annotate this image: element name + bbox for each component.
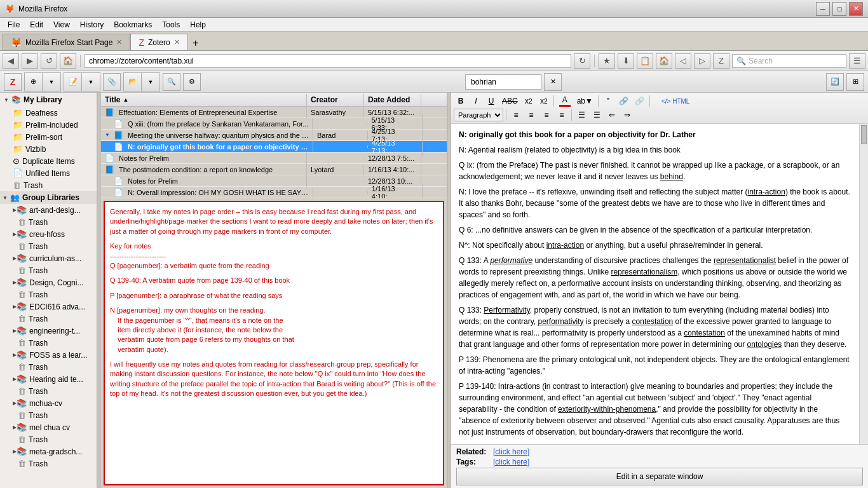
col-header-title[interactable]: Title ▲ bbox=[101, 94, 307, 105]
strikethrough-button[interactable]: ABC bbox=[499, 95, 520, 107]
sidebar-item-prelim-included[interactable]: 📁 Prelim-included bbox=[0, 119, 97, 131]
close-button[interactable]: ✕ bbox=[849, 2, 863, 16]
subscript-button[interactable]: x2 bbox=[522, 95, 536, 107]
minimize-button[interactable]: ─ bbox=[816, 2, 830, 16]
sidebar-trash-meta[interactable]: 🗑 Trash bbox=[0, 458, 97, 470]
home-nav-button[interactable]: 🏠 bbox=[656, 53, 672, 69]
sidebar-item-duplicate[interactable]: ⊙ Duplicate Items bbox=[0, 155, 97, 167]
sidebar-group-design[interactable]: ▶ 📚 Design, Cogni... bbox=[0, 276, 97, 288]
sidebar-group-edci[interactable]: ▶ 📚 EDCI616 adva... bbox=[0, 301, 97, 313]
new-note-button[interactable]: 📝 bbox=[64, 73, 82, 91]
menu-history[interactable]: History bbox=[75, 19, 109, 30]
download-button[interactable]: ⬇ bbox=[618, 53, 634, 69]
attach-btn[interactable]: 📂 bbox=[124, 73, 142, 91]
add-dropdown-button[interactable]: ▼ bbox=[43, 73, 60, 91]
sidebar-item-trash-main[interactable]: 🗑 Trash bbox=[0, 179, 97, 191]
superscript-button[interactable]: x2 bbox=[537, 95, 551, 107]
edit-separate-window-button[interactable]: Edit in a separate window bbox=[456, 468, 863, 485]
sidebar-trash-design[interactable]: 🗑 Trash bbox=[0, 288, 97, 301]
history-nav-button[interactable]: 📋 bbox=[637, 53, 653, 69]
home-button[interactable]: 🏠 bbox=[60, 53, 76, 69]
back-nav-button[interactable]: ◁ bbox=[675, 53, 691, 69]
html-button[interactable]: </> HTML bbox=[659, 95, 692, 107]
sidebar-group-art[interactable]: ▶ 📚 art-and-desig... bbox=[0, 204, 97, 216]
blockquote-button[interactable]: " bbox=[601, 95, 615, 107]
bold-button[interactable]: B bbox=[454, 95, 468, 107]
sidebar-trash-engineering[interactable]: 🗑 Trash bbox=[0, 337, 97, 349]
zotero-nav-button[interactable]: Z bbox=[713, 53, 729, 69]
notes-area[interactable]: Generally, I take my notes in page order… bbox=[104, 201, 444, 485]
tab-firefox[interactable]: 🦊 Mozilla Firefox Start Page ✕ bbox=[3, 34, 130, 50]
col-header-creator[interactable]: Creator bbox=[307, 94, 364, 105]
menu-view[interactable]: View bbox=[48, 19, 75, 30]
sidebar-item-unfiled[interactable]: 📄 Unfiled Items bbox=[0, 167, 97, 179]
group-libraries-header[interactable]: ▼ 👥 Group Libraries bbox=[0, 191, 97, 204]
zotero-logo-btn[interactable]: Z bbox=[4, 73, 22, 91]
bullet-list-button[interactable]: ☰ bbox=[574, 109, 588, 121]
justify-button[interactable]: ≡ bbox=[555, 109, 569, 121]
clear-search-button[interactable]: ✕ bbox=[544, 73, 562, 91]
locate-button[interactable]: 🔍 bbox=[163, 73, 180, 91]
indent-less-button[interactable]: ⇐ bbox=[605, 109, 619, 121]
align-right-button[interactable]: ≡ bbox=[539, 109, 553, 121]
align-center-button[interactable]: ≡ bbox=[524, 109, 538, 121]
back-button[interactable]: ◀ bbox=[3, 53, 19, 69]
sidebar-trash-hearing[interactable]: 🗑 Trash bbox=[0, 385, 97, 397]
sidebar-item-prelim-sort[interactable]: 📁 Prelim-sort bbox=[0, 131, 97, 143]
font-color-button[interactable]: A bbox=[557, 95, 573, 107]
paragraph-style-select[interactable]: Paragraph bbox=[454, 109, 503, 121]
file-row[interactable]: 📘 The postmodern condition: a report on … bbox=[101, 164, 447, 175]
tags-link[interactable]: [click here] bbox=[493, 458, 529, 466]
sync-button[interactable]: 🔄 bbox=[826, 73, 844, 91]
underline-button[interactable]: U bbox=[484, 95, 498, 107]
italic-button[interactable]: I bbox=[469, 95, 483, 107]
reload-button[interactable]: ↺ bbox=[41, 53, 57, 69]
bookmark-button[interactable]: ★ bbox=[599, 53, 615, 69]
sidebar-trash-mel[interactable]: 🗑 Trash bbox=[0, 433, 97, 445]
layout-toggle-button[interactable]: ⊞ bbox=[846, 73, 864, 91]
note-dropdown-button[interactable]: ▼ bbox=[82, 73, 100, 91]
maximize-button[interactable]: □ bbox=[832, 2, 846, 16]
link-button[interactable]: 🔗 bbox=[616, 95, 631, 107]
sidebar-trash-edci[interactable]: 🗑 Trash bbox=[0, 313, 97, 325]
sidebar-group-mel[interactable]: ▶ 📚 mel chua cv bbox=[0, 421, 97, 433]
menu-button[interactable]: ☰ bbox=[849, 53, 865, 69]
forward-nav-button[interactable]: ▷ bbox=[694, 53, 710, 69]
menu-help[interactable]: Help bbox=[185, 19, 211, 30]
align-left-button[interactable]: ≡ bbox=[509, 109, 523, 121]
search-bar[interactable]: 🔍 Search bbox=[732, 54, 846, 68]
tab-firefox-close[interactable]: ✕ bbox=[116, 38, 122, 46]
sidebar-group-foss[interactable]: ▶ 📚 FOSS as a lear... bbox=[0, 349, 97, 361]
sidebar-group-mchua[interactable]: ▶ 📚 mchua-cv bbox=[0, 397, 97, 409]
tab-zotero[interactable]: Z Zotero ✕ bbox=[130, 34, 187, 50]
forward-button[interactable]: ▶ bbox=[22, 53, 38, 69]
menu-tools[interactable]: Tools bbox=[157, 19, 185, 30]
sidebar-group-hearing[interactable]: ▶ 📚 Hearing aid te... bbox=[0, 373, 97, 385]
sidebar-trash-creu[interactable]: 🗑 Trash bbox=[0, 240, 97, 252]
sidebar-group-meta[interactable]: ▶ 📚 meta-gradsch... bbox=[0, 445, 97, 458]
menu-bookmarks[interactable]: Bookmarks bbox=[109, 19, 157, 30]
highlight-button[interactable]: ab▼ bbox=[574, 95, 595, 107]
file-row-selected[interactable]: 📄 N: originally got this book for a pape… bbox=[101, 141, 447, 152]
editor-content[interactable]: N: originally got this book for a paper … bbox=[451, 124, 859, 444]
col-header-date[interactable]: Date Added bbox=[364, 94, 421, 105]
sidebar-trash-foss[interactable]: 🗑 Trash bbox=[0, 361, 97, 373]
address-bar[interactable]: chrome://zotero/content/tab.xul bbox=[85, 54, 571, 68]
my-library-header[interactable]: ▼ 📚 My Library bbox=[0, 93, 97, 107]
sidebar-trash-curriculum[interactable]: 🗑 Trash bbox=[0, 264, 97, 276]
add-item-button[interactable]: ⊕ bbox=[25, 73, 43, 91]
sidebar-trash-art[interactable]: 🗑 Trash bbox=[0, 216, 97, 228]
sidebar-group-creu[interactable]: ▶ 📚 creu-hfoss bbox=[0, 228, 97, 240]
refresh-button[interactable]: ↻ bbox=[574, 53, 590, 69]
indent-more-button[interactable]: ⇒ bbox=[620, 109, 634, 121]
tab-zotero-close[interactable]: ✕ bbox=[174, 38, 180, 46]
numbered-list-button[interactable]: ☰ bbox=[590, 109, 604, 121]
sidebar-item-deafness[interactable]: 📁 Deafness bbox=[0, 107, 97, 119]
preferences-button[interactable]: ⚙ bbox=[183, 73, 201, 91]
related-link[interactable]: [click here] bbox=[493, 447, 529, 456]
window-controls[interactable]: ─ □ ✕ bbox=[816, 2, 863, 16]
new-tab-button[interactable]: + bbox=[188, 36, 203, 50]
sidebar-group-engineering[interactable]: ▶ 📚 engineering-t... bbox=[0, 325, 97, 337]
sidebar-group-curriculum[interactable]: ▶ 📚 curriculum-as... bbox=[0, 252, 97, 264]
sidebar-item-vizbib[interactable]: 📁 Vizbib bbox=[0, 143, 97, 155]
